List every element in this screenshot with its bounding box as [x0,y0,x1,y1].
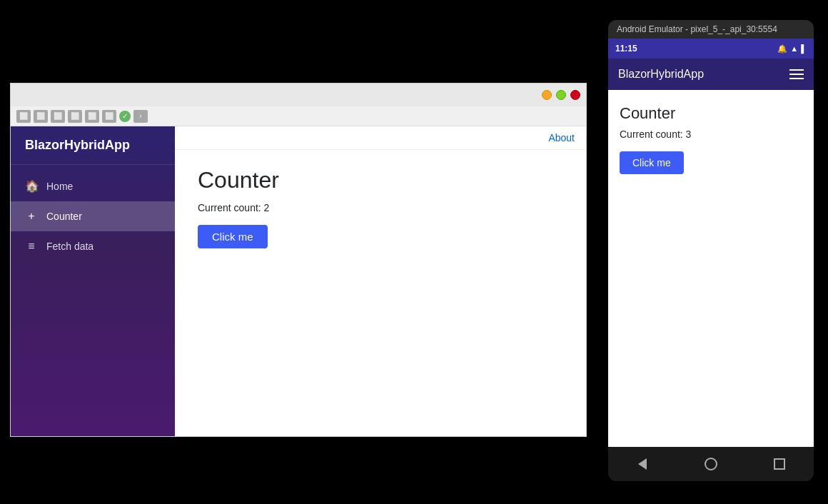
android-page-title: Counter [620,104,802,123]
sidebar-item-counter[interactable]: + Counter [11,201,175,231]
notification-icon: 🔔 [777,44,787,54]
toolbar-icon-arrow[interactable]: › [133,110,148,123]
page-title: Counter [198,167,563,193]
toolbar-icon-1[interactable]: ⬜ [16,110,31,123]
hamburger-line-1 [789,69,804,71]
sidebar-item-home-label: Home [46,181,73,192]
sidebar-brand: BlazorHybridApp [11,126,175,165]
hamburger-menu-button[interactable] [789,69,804,79]
sidebar-item-fetchdata-label: Fetch data [46,241,94,252]
sidebar-item-home[interactable]: 🏠 Home [11,171,175,201]
toolbar-icon-3[interactable]: ⬜ [51,110,65,123]
list-icon: ≡ [25,240,38,253]
emulator-screen: 11:15 🔔 ▲ ▌ BlazorHybridApp Counter Curr… [608,39,814,447]
android-nav-bar [608,447,814,481]
android-recents-button[interactable] [767,451,792,477]
back-icon [638,458,647,470]
main-topbar: About [175,126,586,150]
sidebar-item-fetchdata[interactable]: ≡ Fetch data [11,231,175,261]
hamburger-line-3 [789,78,804,79]
android-back-button[interactable] [630,451,655,477]
home-icon: 🏠 [25,179,38,193]
toolbar-icon-2[interactable]: ⬜ [34,110,48,123]
about-link[interactable]: About [548,132,575,143]
android-app-title: BlazorHybridApp [618,68,704,81]
sidebar-item-counter-label: Counter [46,211,82,222]
android-emulator: Android Emulator - pixel_5_-_api_30:5554… [608,20,814,481]
wifi-icon: ▲ [790,44,798,53]
android-status-bar: 11:15 🔔 ▲ ▌ [608,39,814,59]
emulator-title-bar: Android Emulator - pixel_5_-_api_30:5554 [608,20,814,39]
toolbar-icon-5[interactable]: ⬜ [85,110,99,123]
click-me-button[interactable]: Click me [198,225,268,248]
window-toolbar: ⬜ ⬜ ⬜ ⬜ ⬜ ⬜ ✓ › [11,106,586,126]
android-navbar: BlazorHybridApp [608,59,814,90]
current-count: Current count: 2 [198,202,563,213]
recents-icon [774,458,785,470]
window-body: BlazorHybridApp 🏠 Home + Counter ≡ Fetch… [11,126,586,436]
android-home-button[interactable] [698,451,724,477]
hamburger-line-2 [789,74,804,75]
maximize-button[interactable] [556,90,566,100]
android-click-me-button[interactable]: Click me [620,151,684,174]
emulator-title: Android Emulator - pixel_5_-_api_30:5554 [617,24,777,34]
main-body: Counter Current count: 2 Click me [175,150,586,436]
android-current-count: Current count: 3 [620,128,802,140]
window-titlebar [11,84,586,106]
battery-icon: ▌ [801,44,807,53]
sidebar-nav: 🏠 Home + Counter ≡ Fetch data [11,165,175,267]
minimize-button[interactable] [542,90,552,100]
toolbar-icon-4[interactable]: ⬜ [68,110,82,123]
android-content: Counter Current count: 3 Click me [608,90,814,447]
home-circle-icon [705,458,717,470]
close-button[interactable] [570,90,580,100]
plus-icon: + [25,210,38,223]
toolbar-icon-6[interactable]: ⬜ [102,110,116,123]
desktop-window: ⬜ ⬜ ⬜ ⬜ ⬜ ⬜ ✓ › BlazorHybridApp 🏠 Home +… [10,83,587,437]
main-content: About Counter Current count: 2 Click me [175,126,586,436]
status-icons: 🔔 ▲ ▌ [777,44,807,54]
toolbar-icon-green[interactable]: ✓ [119,111,131,122]
sidebar: BlazorHybridApp 🏠 Home + Counter ≡ Fetch… [11,126,175,436]
status-time: 11:15 [615,44,637,54]
